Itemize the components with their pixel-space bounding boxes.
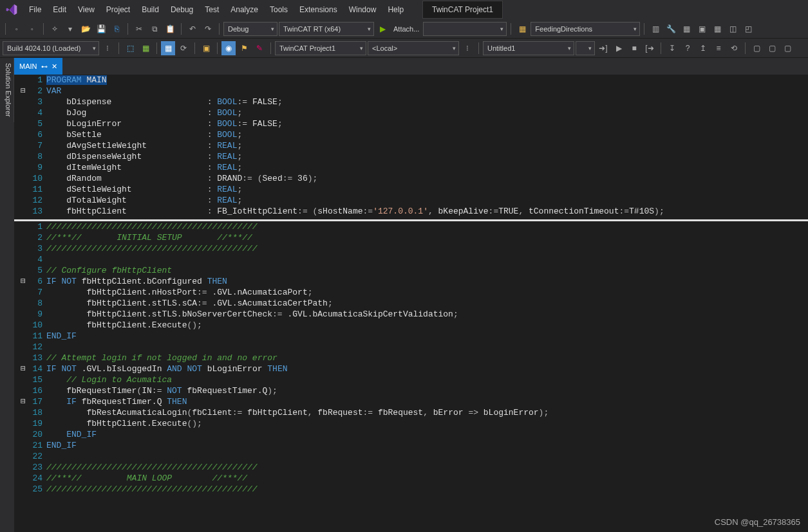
target-dropdown[interactable]: <Local> [368, 41, 459, 55]
misc-icon-1[interactable]: ▢ [749, 41, 764, 55]
tool-icon-4[interactable]: ▣ [695, 22, 709, 36]
tool-icon-3[interactable]: ▦ [679, 22, 693, 36]
tc-icon-8[interactable]: ✎ [252, 41, 267, 55]
fold-toggle-icon[interactable]: ⊟ [17, 396, 30, 407]
misc-icon-2[interactable]: ▢ [765, 41, 779, 55]
build-version-dropdown[interactable]: Build 4024.10 (Loaded) [3, 41, 99, 55]
code-line[interactable]: 13// Attempt login if not logged in and … [17, 353, 808, 363]
save-icon[interactable]: 💾 [94, 22, 108, 36]
redo-icon[interactable]: ↷ [201, 22, 215, 36]
tool-icon-6[interactable]: ◫ [726, 22, 740, 36]
menu-window[interactable]: Window [343, 1, 382, 18]
tool-icon-5[interactable]: ▦ [710, 22, 724, 36]
open-icon[interactable]: 📂 [79, 22, 93, 36]
misc-icon-3[interactable]: ▢ [780, 41, 794, 55]
cut-icon[interactable]: ✂ [132, 22, 146, 36]
logout-icon[interactable]: [➜ [643, 41, 657, 55]
step-icon-4[interactable]: ≡ [711, 41, 726, 55]
code-line[interactable]: 15 // Login to Acumatica [17, 374, 808, 385]
code-line[interactable]: 7 fbHttpClient.nHostPort:= .GVL.nAcumati… [17, 287, 808, 298]
new-file-icon[interactable]: ▾ [63, 22, 77, 36]
code-line[interactable]: 4 bJog : BOOL; [17, 107, 808, 118]
code-line[interactable]: 5 bLoginError : BOOL:= FALSE; [17, 118, 808, 129]
class-dropdown[interactable]: FeedingDirections [531, 22, 640, 36]
menu-analyze[interactable]: Analyze [225, 1, 264, 18]
solution-explorer-tab[interactable]: Solution Explorer [0, 58, 14, 122]
step-icon-5[interactable]: ⟲ [727, 41, 741, 55]
empty-small-dropdown[interactable] [576, 41, 595, 55]
code-line[interactable]: 11 dSettleWeight : REAL; [17, 184, 808, 195]
code-line[interactable]: 23//////////////////////////////////////… [17, 462, 808, 473]
tc-icon-5[interactable]: ▣ [199, 41, 213, 55]
code-line[interactable]: 13 fbHttpClient : FB_IotHttpClient:= (sH… [17, 206, 808, 217]
copy-icon[interactable]: ⧉ [147, 22, 162, 36]
code-line[interactable]: 3 bDispense : BOOL:= FALSE; [17, 96, 808, 107]
code-line[interactable]: ⊟14IF NOT .GVL.bIsLoggedIn AND NOT bLogi… [17, 363, 808, 374]
implementation-pane[interactable]: 1///////////////////////////////////////… [14, 219, 808, 532]
nav-back-icon[interactable]: ◦ [10, 22, 24, 36]
code-line[interactable]: 9 dItemWeight : REAL; [17, 162, 808, 173]
code-line[interactable]: 21END_IF [17, 440, 808, 451]
code-line[interactable]: ⊟6IF NOT fbHttpClient.bConfigured THEN [17, 276, 808, 287]
code-line[interactable]: 10 dRandom : DRAND:= (Seed:= 36); [17, 173, 808, 184]
step-icon-1[interactable]: ↧ [665, 41, 679, 55]
login-icon[interactable]: ➜] [596, 41, 610, 55]
tc-refresh-icon[interactable]: ⟳ [176, 41, 191, 55]
tool-icon-1[interactable]: ▥ [648, 22, 662, 36]
code-line[interactable]: 8 dDispenseWeight : REAL; [17, 151, 808, 162]
tool-icon-7[interactable]: ◰ [741, 22, 755, 36]
platform-dropdown[interactable]: TwinCAT RT (x64) [279, 22, 374, 36]
code-line[interactable]: 25//////////////////////////////////////… [17, 484, 808, 495]
menu-debug[interactable]: Debug [165, 1, 199, 18]
tc-icon-1[interactable]: ⁝ [100, 41, 115, 55]
tc-icon-6[interactable]: ◉ [221, 41, 236, 55]
stop-icon[interactable]: ■ [627, 41, 641, 55]
tc-icon-9[interactable]: ⁝ [460, 41, 474, 55]
code-line[interactable]: 19 fbHttpClient.Execute(); [17, 418, 808, 429]
code-line[interactable]: 20 END_IF [17, 429, 808, 440]
menu-extensions[interactable]: Extensions [294, 1, 343, 18]
save-all-icon[interactable]: ⎘ [109, 22, 124, 36]
step-icon-2[interactable]: ? [681, 41, 695, 55]
empty-dropdown[interactable] [423, 22, 507, 36]
fold-toggle-icon[interactable]: ⊟ [17, 86, 30, 96]
file-tab-main[interactable]: MAIN ⊷ ✕ [14, 58, 62, 75]
code-line[interactable]: 16 fbRequestTimer(IN:= NOT fbRequestTime… [17, 385, 808, 396]
new-project-icon[interactable]: ✧ [48, 22, 62, 36]
nav-fwd-icon[interactable]: ◦ [25, 22, 39, 36]
tc-icon-4[interactable]: ▦ [161, 41, 175, 55]
step-icon-3[interactable]: ↥ [696, 41, 710, 55]
tool-icon-2[interactable]: 🔧 [664, 22, 678, 36]
start-debug-icon[interactable]: ▶ [375, 22, 390, 36]
pin-icon[interactable]: ⊷ [41, 63, 48, 70]
menu-edit[interactable]: Edit [47, 1, 72, 18]
code-line[interactable]: 10 fbHttpClient.Execute(); [17, 320, 808, 331]
code-line[interactable]: 18 fbRestAcumaticaLogin(fbClient:= fbHtt… [17, 407, 808, 418]
code-line[interactable]: 8 fbHttpClient.stTLS.sCA:= .GVL.sAcumati… [17, 298, 808, 309]
code-line[interactable]: 12 [17, 342, 808, 353]
run-icon[interactable]: ▶ [612, 41, 626, 55]
declarations-pane[interactable]: 1PROGRAM MAIN⊟2VAR3 bDispense : BOOL:= F… [14, 75, 808, 219]
code-line[interactable]: 4 [17, 254, 808, 265]
close-icon[interactable]: ✕ [52, 62, 57, 71]
untitled-dropdown[interactable]: Untitled1 [483, 41, 574, 55]
code-line[interactable]: 12 dTotalWeight : REAL; [17, 195, 808, 206]
config-dropdown[interactable]: Debug [223, 22, 277, 36]
menu-test[interactable]: Test [199, 1, 225, 18]
menu-tools[interactable]: Tools [264, 1, 294, 18]
code-line[interactable]: 2//***// INITIAL SETUP //***// [17, 232, 808, 243]
code-line[interactable]: 3///////////////////////////////////////… [17, 243, 808, 254]
fold-toggle-icon[interactable]: ⊟ [17, 276, 30, 287]
code-line[interactable]: ⊟17 IF fbRequestTimer.Q THEN [17, 396, 808, 407]
undo-icon[interactable]: ↶ [185, 22, 200, 36]
fold-toggle-icon[interactable]: ⊟ [17, 363, 30, 374]
paste-icon[interactable]: 📋 [163, 22, 177, 36]
tc-icon-7[interactable]: ⚑ [237, 41, 251, 55]
menu-build[interactable]: Build [136, 1, 165, 18]
code-line[interactable]: 1///////////////////////////////////////… [17, 221, 808, 232]
menu-view[interactable]: View [72, 1, 100, 18]
attach-button[interactable]: Attach... [391, 25, 422, 33]
code-line[interactable]: 5// Configure fbHttpClient [17, 265, 808, 276]
code-line[interactable]: 24//***// MAIN LOOP //***// [17, 473, 808, 484]
code-line[interactable]: ⊟2VAR [17, 86, 808, 96]
